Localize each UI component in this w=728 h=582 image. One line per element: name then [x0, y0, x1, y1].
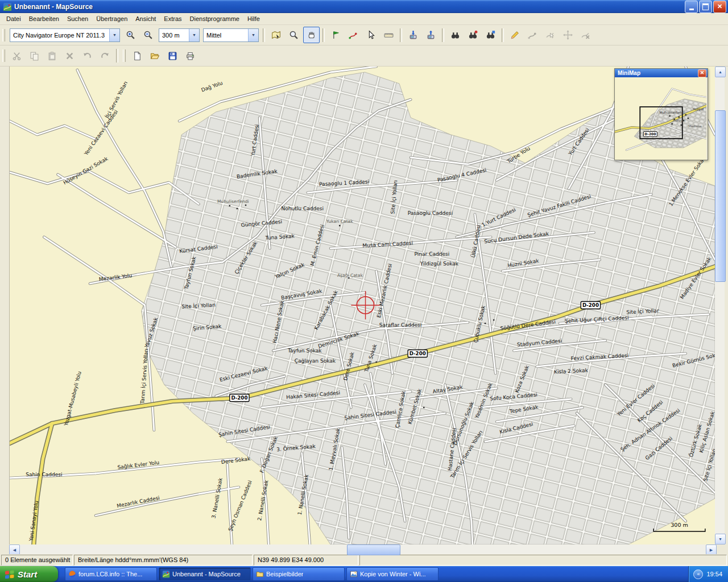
zoom-out-icon	[143, 30, 153, 40]
svg-text:Tayfun Sokak: Tayfun Sokak	[287, 348, 322, 354]
paste-icon	[47, 51, 57, 61]
svg-text:Pinar Caddesi: Pinar Caddesi	[414, 251, 449, 257]
paste-button[interactable]	[44, 48, 60, 64]
receive-from-device-button[interactable]	[405, 27, 421, 43]
minimap-window[interactable]: MiniMap ✕ D-200MuhuliserfendiYozgatYildi…	[614, 68, 708, 160]
find-nearest-button[interactable]	[465, 27, 481, 43]
recently-found-button[interactable]	[482, 27, 499, 43]
route-edit-icon	[528, 30, 537, 40]
measure-tool-icon	[384, 30, 394, 40]
close-button[interactable]: ✕	[713, 1, 726, 13]
route-move-button[interactable]	[560, 27, 576, 43]
zoom-in-button[interactable]	[122, 27, 139, 43]
horizontal-scroll-thumb[interactable]	[347, 544, 400, 555]
menu-item-suchen[interactable]: Suchen	[63, 14, 92, 23]
minimap-title: MiniMap	[618, 70, 698, 76]
menu-bar: Datei Bearbeiten Suchen Übertragen Ansic…	[0, 13, 728, 25]
svg-text:D-200: D-200	[231, 395, 247, 401]
toolbar-separator	[322, 28, 325, 42]
route-select-button[interactable]	[542, 27, 559, 43]
measure-tool-button[interactable]	[380, 27, 397, 43]
undo-button[interactable]	[79, 48, 96, 64]
menu-item-datei[interactable]: Datei	[2, 14, 25, 23]
redo-button[interactable]	[97, 48, 113, 64]
copy-icon	[30, 51, 39, 61]
toolbar-grip[interactable]	[2, 29, 5, 41]
taskbar-item-folder[interactable]: Beispielbilder	[253, 567, 345, 581]
menu-item-hilfe[interactable]: Hilfe	[243, 14, 264, 23]
chevron-down-icon[interactable]: ▼	[189, 29, 199, 41]
svg-text:D-200: D-200	[410, 351, 426, 356]
send-to-device-button[interactable]	[423, 27, 439, 43]
cut-icon	[12, 51, 22, 61]
find-nearest-icon	[468, 30, 478, 40]
taskbar-item-picture[interactable]: Kopie von Winter - Wi...	[346, 567, 439, 581]
scroll-down-button[interactable]: ▼	[715, 534, 726, 544]
taskbar-item-label: forum.LC8.info :: The...	[78, 571, 142, 577]
track-draw-icon	[510, 30, 520, 40]
route-erase-button[interactable]	[577, 27, 594, 43]
map-region-tool-button[interactable]	[268, 27, 284, 43]
menu-item-dienstprogramme[interactable]: Dienstprogramme	[186, 14, 243, 23]
delete-button[interactable]	[61, 48, 78, 64]
svg-text:Yozgat: Yozgat	[692, 107, 704, 111]
selection-tool-button[interactable]	[363, 27, 379, 43]
route-edit-button[interactable]	[524, 27, 541, 43]
minimap-title-bar[interactable]: MiniMap ✕	[615, 69, 708, 77]
product-map-combo[interactable]: City Navigator Europe NT 2011.3 ▼	[10, 28, 120, 42]
zoom-out-button[interactable]	[140, 27, 156, 43]
vertical-scrollbar[interactable]: ▲ ▼	[715, 66, 725, 544]
toolbar-separator	[263, 28, 265, 42]
detail-level-combo[interactable]: Mittel ▼	[203, 28, 259, 42]
map-canvas[interactable]: D-200D-200D-200Dağ Yoluİlçi Servis Yolla…	[10, 66, 715, 544]
zoom-tool-button[interactable]	[286, 27, 302, 43]
toolbar-grip[interactable]	[2, 49, 5, 62]
pan-tool-button[interactable]	[303, 27, 320, 43]
app-icon	[3, 2, 12, 11]
minimap-canvas[interactable]: D-200MuhuliserfendiYozgatYildizgülMedres…	[615, 77, 706, 160]
scroll-up-button[interactable]: ▲	[715, 66, 726, 77]
svg-text:Yildizgül Sokak: Yildizgül Sokak	[420, 261, 459, 267]
menu-item-ansicht[interactable]: Ansicht	[131, 14, 160, 23]
save-button[interactable]	[164, 48, 181, 64]
start-button[interactable]: Start	[0, 566, 58, 582]
scrollbar-corner	[717, 544, 726, 554]
zoom-scale-combo[interactable]: 300 m ▼	[159, 28, 200, 42]
svg-text:Muhuliserfendi: Muhuliserfendi	[659, 110, 685, 114]
title-bar[interactable]: Unbenannt - MapSource ✕	[0, 0, 728, 13]
print-button[interactable]	[182, 48, 198, 64]
find-button[interactable]	[447, 27, 464, 43]
taskbar-item-browser[interactable]: forum.LC8.info :: The...	[65, 567, 157, 581]
minimize-button[interactable]	[685, 1, 698, 13]
minimap-close-button[interactable]: ✕	[698, 69, 706, 77]
new-document-button[interactable]	[129, 48, 146, 64]
chevron-down-icon[interactable]: ▼	[248, 29, 258, 41]
waypoint-tool-button[interactable]	[328, 27, 344, 43]
svg-text:Pasaoglu Caddesi: Pasaoglu Caddesi	[408, 210, 453, 216]
menu-item-extras[interactable]: Extras	[160, 14, 185, 23]
track-draw-button[interactable]	[507, 27, 523, 43]
horizontal-scrollbar-row: ◀ ▶	[0, 544, 728, 554]
svg-text:Sahin Caddesi: Sahin Caddesi	[26, 472, 62, 477]
pan-tool-icon	[307, 30, 316, 40]
taskbar-item-label: Kopie von Winter - Wi...	[360, 571, 426, 577]
toolbar-grip[interactable]	[123, 49, 126, 62]
new-icon	[133, 51, 142, 61]
main-toolbar: City Navigator Europe NT 2011.3 ▼ 300 m …	[0, 25, 728, 45]
chevron-down-icon[interactable]: ▼	[109, 29, 119, 41]
menu-item-bearbeiten[interactable]: Bearbeiten	[25, 14, 63, 23]
vertical-scroll-thumb[interactable]	[715, 110, 726, 282]
taskbar-item-mapsource[interactable]: Unbenannt - MapSource	[159, 567, 251, 581]
maximize-button[interactable]	[699, 1, 712, 13]
find-icon	[450, 30, 460, 40]
cut-button[interactable]	[9, 48, 25, 64]
route-tool-button[interactable]	[345, 27, 362, 43]
mapsource-icon	[162, 570, 170, 578]
map-viewport[interactable]: D-200D-200D-200Dağ Yoluİlçi Servis Yolla…	[10, 66, 715, 544]
hide-icons-button[interactable]: «	[693, 569, 703, 579]
horizontal-scrollbar[interactable]	[20, 544, 706, 554]
menu-item-uebertragen[interactable]: Übertragen	[92, 14, 131, 23]
toolbar-separator	[116, 49, 118, 63]
open-button[interactable]	[147, 48, 163, 64]
copy-button[interactable]	[26, 48, 43, 64]
